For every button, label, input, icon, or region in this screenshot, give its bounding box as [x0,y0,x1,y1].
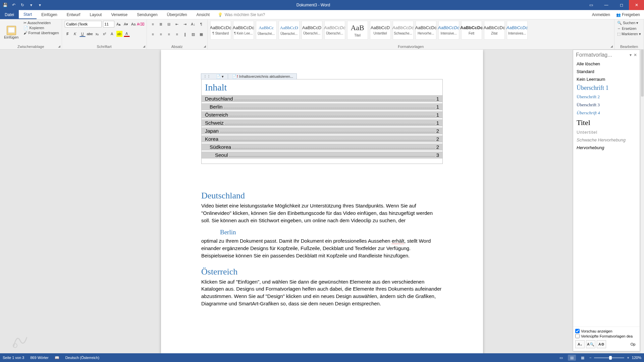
subscript-button[interactable]: x₂ [94,31,100,37]
bullets-icon[interactable]: ≡ [150,21,156,27]
style-gallery-item[interactable]: AaBbCcDcIntensives... [507,21,528,40]
style-gallery-item[interactable]: AaBbCcDÜberschri... [302,21,322,40]
style-pane-item[interactable]: Hervorhebung [577,145,636,150]
scrollbar-thumb[interactable] [641,50,644,97]
redo-icon[interactable]: ↻ [19,2,25,8]
undo-icon[interactable]: ↶ [11,2,17,8]
justify-icon[interactable]: ≡ [174,31,180,38]
page[interactable]: ⋮⋮ 📄 ▾ 📄!Inhaltsverzeichnis aktualisiere… [161,50,483,353]
replace-button[interactable]: ↔ Ersetzen [617,26,641,31]
qat-more-icon[interactable]: ▾ [37,2,43,8]
linked-checkbox[interactable]: Verknüpfte Formatvorlagen dea [575,334,638,338]
shrink-font-icon[interactable]: A▾ [123,21,129,27]
select-button[interactable]: ⬚ Markieren ▾ [617,32,641,36]
sort-icon[interactable]: A↓ [190,21,197,27]
status-proofing-icon[interactable]: 📖 [55,356,59,360]
spelling-error[interactable]: erhält [392,238,405,244]
numbering-icon[interactable]: ≣ [158,21,164,27]
tab-references[interactable]: Verweise [106,10,132,19]
style-pane-item[interactable]: Überschrift 4 [577,110,636,116]
text-effects-icon[interactable]: A [109,31,115,37]
align-center-icon[interactable]: ≡ [158,31,164,38]
toc-title[interactable]: Inhalt [202,79,442,94]
toc-entry[interactable]: Korea2 [202,135,442,142]
tab-design[interactable]: Entwurf [62,10,85,19]
style-gallery-item[interactable]: AaBbCcDc¶ Kein Lee... [233,21,254,40]
bold-button[interactable]: F [65,31,71,37]
tab-layout[interactable]: Layout [85,10,106,19]
share-button[interactable]: Freigeben [616,12,640,17]
toc-update-button[interactable]: 📄!Inhaltsverzeichnis aktualisieren... [231,74,294,79]
font-size-input[interactable] [103,21,114,27]
strikethrough-button[interactable]: abc [87,31,93,37]
status-wordcount[interactable]: 869 Wörter [30,356,48,360]
vertical-scrollbar[interactable] [641,50,644,353]
checkbox[interactable] [575,329,580,333]
style-gallery-item[interactable]: AaBbCcDcHervorhe... [416,21,436,40]
style-pane-item[interactable]: Alle löschen [577,61,636,66]
tab-insert[interactable]: Einfügen [37,10,62,19]
highlight-button[interactable]: ab [116,31,122,37]
launcher-icon[interactable]: ◢ [610,45,613,48]
view-web-icon[interactable]: ▦ [579,355,587,361]
launcher-icon[interactable]: ◢ [143,45,145,48]
toc-entry[interactable]: Seoul3 [202,152,442,159]
align-right-icon[interactable]: ≡ [166,31,172,38]
checkbox[interactable] [575,334,580,338]
save-icon[interactable]: 💾 [2,2,8,8]
decrease-indent-icon[interactable]: ⇤ [174,21,180,27]
heading-1[interactable]: Deutschland [201,191,443,201]
tab-view[interactable]: Ansicht [192,10,214,19]
style-gallery-item[interactable]: AaBbCcDcFett [461,21,482,40]
tab-start[interactable]: Start [19,10,37,19]
toc-menu-icon[interactable]: 📄 ▾ [215,74,225,79]
toc-entry[interactable]: Schweiz1 [202,119,442,126]
toc-content-control[interactable]: ⋮⋮ 📄 ▾ 📄!Inhaltsverzeichnis aktualisiere… [201,79,443,164]
font-name-input[interactable] [65,21,102,27]
style-pane-item[interactable]: Untertitel [577,130,636,135]
status-page[interactable]: Seite 1 von 3 [3,356,24,360]
cut-button[interactable]: ✂ Ausschneiden [23,21,59,25]
show-marks-icon[interactable]: ¶ [198,21,205,27]
toc-entry[interactable]: Deutschland1 [202,95,442,102]
toc-grip-icon[interactable]: ⋮⋮ [202,74,212,79]
paragraph-text[interactable]: Klicken Sie auf "Einfügen", und wählen S… [201,278,443,307]
tell-me-input[interactable]: Was möchten Sie tun? [218,10,265,19]
copy-button[interactable]: 📄 Kopieren [23,26,59,30]
tab-file[interactable]: Datei [0,10,19,19]
document-area[interactable]: ⋮⋮ 📄 ▾ 📄!Inhaltsverzeichnis aktualisiere… [0,50,644,353]
zoom-in-button[interactable]: + [627,356,629,360]
align-left-icon[interactable]: ≡ [150,31,156,38]
style-gallery-item[interactable]: AaBbCcDcZitat [484,21,505,40]
minimize-icon[interactable]: — [599,0,614,10]
style-gallery-item[interactable]: AaBbCcDc¶ Standard [210,21,231,40]
style-pane-item[interactable]: Kein Leerraum [577,77,636,82]
borders-icon[interactable]: ▦ [198,31,205,38]
pane-menu-icon[interactable]: ▾ [630,53,632,57]
toc-entry[interactable]: Berlin1 [202,103,442,110]
qat-dropdown-icon[interactable]: ▾ [28,2,34,8]
style-gallery-item[interactable]: AaBbCcÜberschri... [256,21,277,40]
view-print-icon[interactable]: ▤ [568,355,576,361]
style-pane-item[interactable]: Titel [577,118,636,127]
style-gallery-item[interactable]: AaBbCcDcIntensive... [438,21,459,40]
zoom-out-button[interactable]: − [589,356,591,360]
underline-button[interactable]: U [79,31,86,37]
tab-review[interactable]: Überprüfen [162,10,192,19]
change-case-icon[interactable]: Aa [130,21,137,27]
status-language[interactable]: Deutsch (Österreich) [65,356,99,360]
paragraph-text[interactable]: Video bietet eine leistungsstarke Möglic… [201,202,443,224]
style-pane-item[interactable]: Überschrift 2 [577,94,636,100]
font-color-button[interactable]: A [124,31,130,37]
italic-button[interactable]: K [72,31,78,37]
style-pane-item[interactable]: Überschrift 1 [577,84,636,92]
pane-options-link[interactable]: Op [628,340,638,348]
style-gallery-item[interactable]: AaBbCcDcÜberschri... [324,21,345,40]
style-inspector-button[interactable]: A🔍 [586,340,595,348]
find-button[interactable]: 🔍 Suchen ▾ [617,21,641,25]
launcher-icon[interactable]: ◢ [204,45,206,48]
ribbon-display-icon[interactable]: ▭ [584,0,599,10]
toc-entry[interactable]: Südkorea2 [202,143,442,150]
zoom-slider[interactable] [594,357,624,358]
heading-1[interactable]: Österreich [201,267,443,277]
